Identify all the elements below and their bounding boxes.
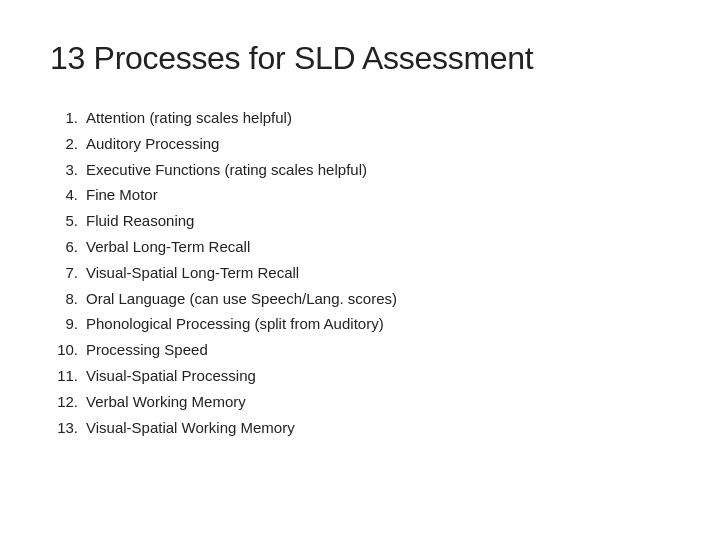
list-item: 11.Visual-Spatial Processing: [50, 363, 670, 389]
item-text: Processing Speed: [86, 337, 208, 363]
slide: 13 Processes for SLD Assessment 1.Attent…: [0, 0, 720, 540]
item-text: Oral Language (can use Speech/Lang. scor…: [86, 286, 397, 312]
item-number: 9.: [50, 311, 86, 337]
process-list: 1.Attention (rating scales helpful)2.Aud…: [50, 105, 670, 440]
item-text: Fluid Reasoning: [86, 208, 194, 234]
item-number: 4.: [50, 182, 86, 208]
list-item: 13.Visual-Spatial Working Memory: [50, 415, 670, 441]
list-item: 5.Fluid Reasoning: [50, 208, 670, 234]
item-text: Visual-Spatial Long-Term Recall: [86, 260, 299, 286]
item-text: Attention (rating scales helpful): [86, 105, 292, 131]
item-number: 6.: [50, 234, 86, 260]
item-text: Verbal Working Memory: [86, 389, 246, 415]
item-number: 1.: [50, 105, 86, 131]
item-number: 13.: [50, 415, 86, 441]
item-number: 10.: [50, 337, 86, 363]
list-item: 3.Executive Functions (rating scales hel…: [50, 157, 670, 183]
item-text: Phonological Processing (split from Audi…: [86, 311, 384, 337]
list-item: 1.Attention (rating scales helpful): [50, 105, 670, 131]
list-item: 4.Fine Motor: [50, 182, 670, 208]
item-number: 5.: [50, 208, 86, 234]
item-number: 2.: [50, 131, 86, 157]
list-item: 7.Visual-Spatial Long-Term Recall: [50, 260, 670, 286]
item-text: Visual-Spatial Working Memory: [86, 415, 295, 441]
list-item: 9.Phonological Processing (split from Au…: [50, 311, 670, 337]
item-number: 12.: [50, 389, 86, 415]
item-number: 8.: [50, 286, 86, 312]
page-title: 13 Processes for SLD Assessment: [50, 40, 670, 77]
item-number: 3.: [50, 157, 86, 183]
item-number: 7.: [50, 260, 86, 286]
list-item: 6.Verbal Long-Term Recall: [50, 234, 670, 260]
list-item: 12.Verbal Working Memory: [50, 389, 670, 415]
item-number: 11.: [50, 363, 86, 389]
item-text: Visual-Spatial Processing: [86, 363, 256, 389]
list-item: 2.Auditory Processing: [50, 131, 670, 157]
item-text: Auditory Processing: [86, 131, 219, 157]
list-item: 10.Processing Speed: [50, 337, 670, 363]
item-text: Fine Motor: [86, 182, 158, 208]
item-text: Executive Functions (rating scales helpf…: [86, 157, 367, 183]
item-text: Verbal Long-Term Recall: [86, 234, 250, 260]
list-item: 8.Oral Language (can use Speech/Lang. sc…: [50, 286, 670, 312]
